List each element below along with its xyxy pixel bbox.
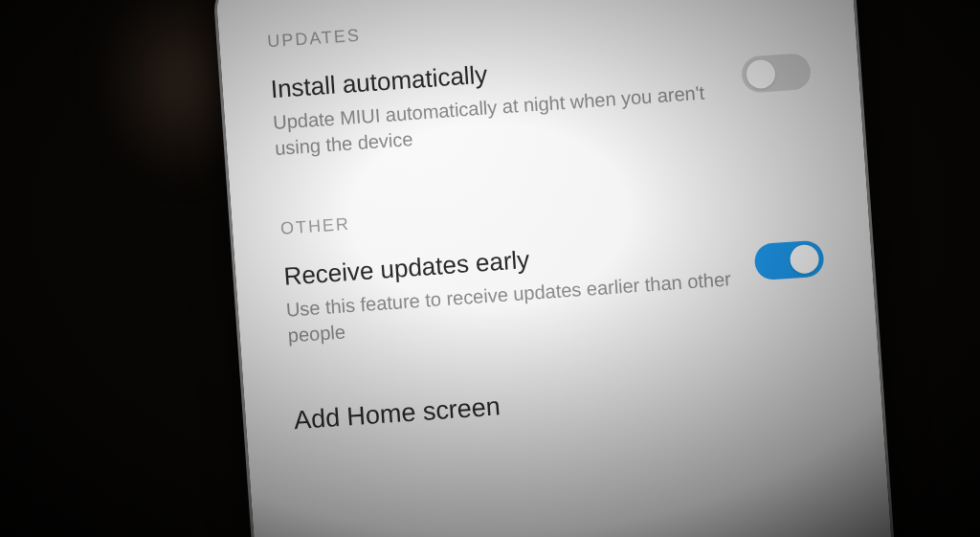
setting-receive-updates-early[interactable]: Receive updates early Use this feature t… (282, 224, 827, 348)
toggle-knob-icon (746, 58, 776, 89)
settings-screen: UPDATES Install automatically Update MIU… (215, 0, 896, 537)
toggle-install-auto[interactable] (741, 53, 812, 94)
phone-frame: UPDATES Install automatically Update MIU… (212, 0, 898, 537)
setting-install-automatically[interactable]: Install automatically Update MIUI automa… (270, 37, 814, 162)
setting-text: Install automatically Update MIUI automa… (270, 43, 726, 162)
toggle-receive-early[interactable] (753, 239, 824, 280)
setting-add-home-screen[interactable]: Add Home screen (293, 369, 834, 436)
toggle-knob-icon (790, 244, 820, 275)
setting-text: Receive updates early Use this feature t… (282, 231, 739, 349)
